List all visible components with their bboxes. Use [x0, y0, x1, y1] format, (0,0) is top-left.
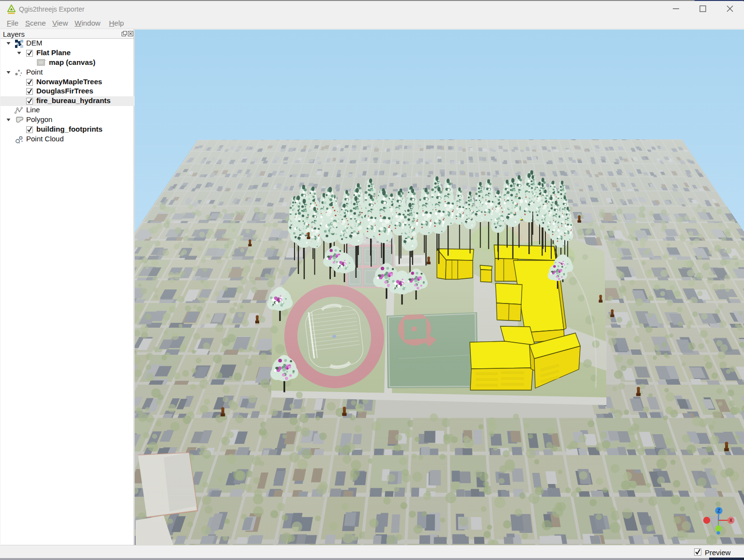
svg-text:Z: Z — [717, 508, 720, 514]
svg-text:X: X — [729, 518, 733, 523]
